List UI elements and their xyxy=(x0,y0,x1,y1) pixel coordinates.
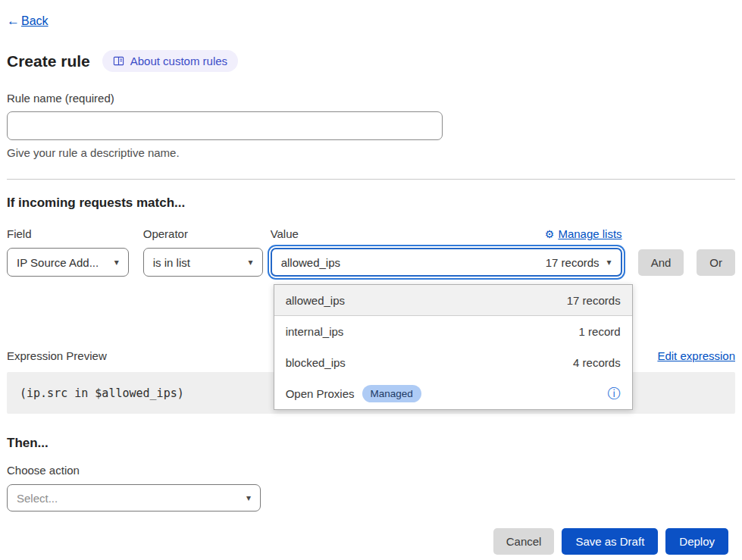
back-link-label: Back xyxy=(21,14,49,28)
list-item-name: internal_ips xyxy=(286,325,344,338)
rule-name-helper: Give your rule a descriptive name. xyxy=(7,146,735,159)
footer-actions: Cancel Save as Draft Deploy xyxy=(7,528,735,555)
value-select-record-count: 17 records xyxy=(546,256,600,269)
deploy-button[interactable]: Deploy xyxy=(665,528,728,555)
manage-lists-link[interactable]: ⚙ Manage lists xyxy=(545,227,622,240)
edit-expression-link[interactable]: Edit expression xyxy=(657,349,735,362)
back-link[interactable]: ←Back xyxy=(7,14,49,29)
chevron-down-icon: ▾ xyxy=(607,257,612,267)
operator-select-value: is in list xyxy=(153,256,190,269)
field-select-value: IP Source Add... xyxy=(17,256,99,269)
value-select[interactable]: allowed_ips 17 records ▾ xyxy=(271,248,622,277)
condition-row: Field IP Source Add... ▾ Operator is in … xyxy=(7,227,735,277)
or-button[interactable]: Or xyxy=(697,249,735,276)
match-section-heading: If incoming requests match... xyxy=(7,196,735,211)
cancel-button[interactable]: Cancel xyxy=(493,528,555,555)
list-item-record-count: 1 record xyxy=(579,325,621,338)
info-icon[interactable]: ⓘ xyxy=(608,387,621,400)
list-item-name: Open Proxies xyxy=(286,387,355,400)
choose-action-label: Choose action xyxy=(7,464,735,477)
action-select[interactable]: Select... ▾ xyxy=(7,484,261,512)
list-item-open-proxies[interactable]: Open Proxies Managed ⓘ xyxy=(274,378,632,409)
list-item-name: allowed_ips xyxy=(286,294,345,307)
about-custom-rules-label: About custom rules xyxy=(130,55,227,67)
page-title: Create rule xyxy=(7,52,90,70)
list-item-name: blocked_ips xyxy=(286,356,346,369)
chevron-down-icon: ▾ xyxy=(246,493,251,503)
save-as-draft-button[interactable]: Save as Draft xyxy=(562,528,658,555)
about-custom-rules-link[interactable]: About custom rules xyxy=(102,50,238,72)
managed-badge: Managed xyxy=(362,385,421,402)
rule-name-label: Rule name (required) xyxy=(7,92,735,105)
gear-icon: ⚙ xyxy=(545,228,555,240)
list-item-internal-ips[interactable]: internal_ips 1 record xyxy=(274,316,632,347)
value-label: Value xyxy=(271,227,299,240)
list-item-record-count: 17 records xyxy=(567,294,621,307)
expression-preview-label: Expression Preview xyxy=(7,349,107,362)
page-header: Create rule About custom rules xyxy=(7,50,735,72)
chevron-down-icon: ▾ xyxy=(114,257,119,267)
section-divider xyxy=(7,179,735,180)
field-select[interactable]: IP Source Add... ▾ xyxy=(7,248,129,277)
and-button[interactable]: And xyxy=(638,249,684,276)
operator-label: Operator xyxy=(143,227,263,240)
back-arrow-icon: ← xyxy=(7,14,20,29)
rule-name-input[interactable] xyxy=(7,111,443,140)
list-item-record-count: 4 records xyxy=(573,356,621,369)
then-section-heading: Then... xyxy=(7,436,735,451)
action-select-placeholder: Select... xyxy=(17,492,58,505)
field-label: Field xyxy=(7,227,129,240)
chevron-down-icon: ▾ xyxy=(249,257,253,267)
value-dropdown-panel: allowed_ips 17 records internal_ips 1 re… xyxy=(274,284,633,410)
operator-select[interactable]: is in list ▾ xyxy=(143,248,263,277)
value-select-value: allowed_ips xyxy=(281,256,340,269)
list-item-blocked-ips[interactable]: blocked_ips 4 records xyxy=(274,347,632,378)
manage-lists-label: Manage lists xyxy=(558,227,621,240)
book-icon xyxy=(113,55,124,67)
expression-code: (ip.src in $allowed_ips) xyxy=(20,386,184,400)
list-item-allowed-ips[interactable]: allowed_ips 17 records xyxy=(274,285,632,316)
